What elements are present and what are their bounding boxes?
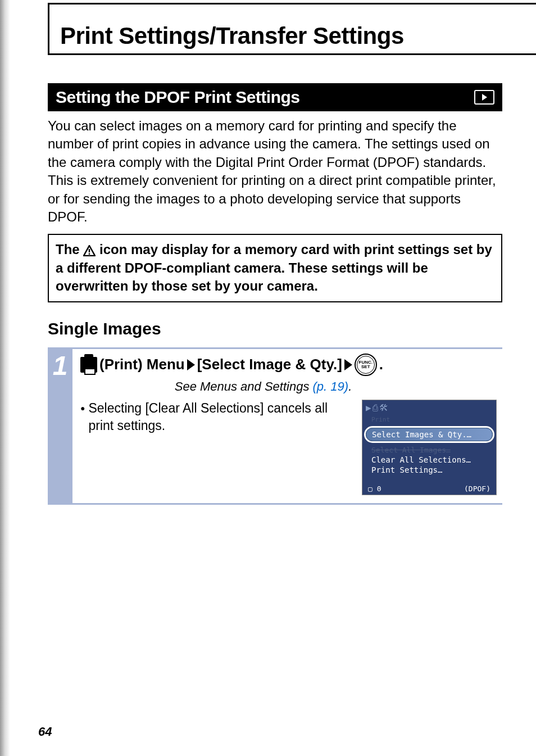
step-title: (Print) Menu [Select Image & Qty.] FUNC.… [80, 354, 497, 376]
section-header: Setting the DPOF Print Settings [48, 83, 502, 111]
note-pre: The [56, 242, 83, 257]
camera-tabs: ▶ ⎙ 🛠 [362, 400, 496, 415]
select-label: [Select Image & Qty.] [197, 356, 342, 373]
note-post: icon may display for a memory card with … [56, 242, 492, 293]
section-title: Setting the DPOF Print Settings [56, 88, 300, 107]
intro-paragraph: You can select images on a memory card f… [48, 117, 502, 226]
title-underline [48, 53, 536, 55]
camera-screen: ▶ ⎙ 🛠 Print Select Images & Qty.… Select… [362, 400, 497, 495]
func-set-icon: FUNC. SET [355, 354, 377, 376]
page-number: 64 [38, 725, 52, 739]
content: Setting the DPOF Print Settings You can … [48, 83, 502, 505]
print-menu-label: (Print) Menu [99, 356, 185, 373]
step-block: 1 (Print) Menu [Select Image & Qty.] FUN… [48, 347, 502, 505]
print-icon [80, 357, 97, 373]
cam-item-highlighted: Select Images & Qty.… [366, 428, 493, 441]
highlight-callout: Select Images & Qty.… [364, 426, 494, 443]
top-rule [48, 3, 536, 4]
cam-item-clear: Clear All Selections… [366, 455, 493, 465]
page-link[interactable]: (p. 19) [313, 379, 349, 393]
arrow-icon [344, 359, 352, 370]
step-content: (Print) Menu [Select Image & Qty.] FUNC.… [72, 349, 502, 503]
tab-play-icon: ▶ [366, 402, 371, 413]
svg-rect-1 [89, 253, 90, 255]
playback-icon [474, 90, 494, 105]
period: . [379, 356, 383, 373]
step-body: Selecting [Clear All Selections] cancels… [80, 400, 497, 495]
func-label-bottom: SET [361, 365, 370, 369]
svg-rect-0 [89, 249, 90, 252]
bullet-text: Selecting [Clear All Selections] cancels… [88, 400, 351, 434]
cam-item-settings: Print Settings… [366, 465, 493, 475]
see-reference: See Menus and Settings (p. 19). [30, 379, 497, 394]
camera-menu: Print Select Images & Qty.… Select All I… [362, 415, 496, 475]
cam-footer-left: ▢ 0 [368, 485, 381, 493]
see-pre: See Menus and Settings [175, 379, 313, 393]
camera-footer: ▢ 0 (DPOF) [368, 485, 490, 493]
vertical-rule [48, 3, 49, 53]
page-gutter [0, 0, 10, 756]
cam-footer-right: (DPOF) [464, 485, 490, 493]
see-post: . [348, 379, 352, 393]
cam-menu-title: Print [366, 415, 493, 424]
tab-tools-icon: 🛠 [379, 402, 388, 413]
warning-note: The icon may display for a memory card w… [48, 234, 502, 302]
cam-item-faded: Select All Images… [366, 445, 493, 455]
step-body-text: Selecting [Clear All Selections] cancels… [80, 400, 351, 495]
page-title: Print Settings/Transfer Settings [60, 22, 502, 49]
tab-print-icon: ⎙ [373, 402, 378, 413]
bullet-item: Selecting [Clear All Selections] cancels… [80, 400, 351, 434]
warning-icon [83, 245, 96, 256]
arrow-icon [187, 359, 195, 370]
sub-heading: Single Images [48, 319, 502, 338]
step-number: 1 [48, 349, 72, 503]
